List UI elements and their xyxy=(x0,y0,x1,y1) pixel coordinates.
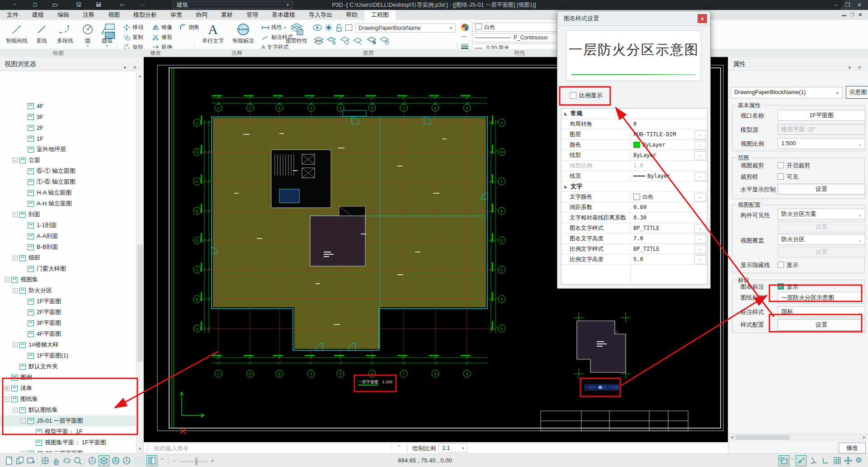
tool-smart-dimension[interactable]: 智能标注 xyxy=(229,23,258,45)
pan-icon[interactable] xyxy=(52,456,61,465)
tree-item[interactable]: 1F平面图(1) xyxy=(0,350,137,361)
grid-row[interactable]: 图名文字高度7.0⌄ xyxy=(561,234,707,244)
view-override-dropdown[interactable]: 防火分区⌄ xyxy=(778,234,865,245)
zoom-out-icon[interactable]: − xyxy=(173,457,176,464)
tree-item[interactable]: B-B剖面 xyxy=(0,242,137,253)
tree-item[interactable]: 视图集平面： 1F平面图 xyxy=(0,437,137,448)
grid-row[interactable]: 图层PUB-TITLE-DIM⌄ xyxy=(561,129,707,140)
tree-item[interactable]: 3F平面图 xyxy=(0,318,137,329)
grid-row[interactable]: 图名文字样式BP_TITLE⌄ xyxy=(561,223,707,234)
menu-item-文件[interactable]: 文件 xyxy=(0,10,25,20)
layer-thaw-icon[interactable] xyxy=(380,36,390,45)
doc-close-button[interactable]: ✖ xyxy=(856,10,864,20)
chevron-down-icon[interactable]: ⌄ xyxy=(694,172,706,181)
tool-layer-properties[interactable]: 图层特性 xyxy=(283,23,310,45)
canvas-toggle-icon[interactable] xyxy=(147,456,156,465)
selection-options-icon[interactable]: ⌃ xyxy=(790,457,794,462)
tree-item[interactable]: −JS-02 二层平面图 xyxy=(0,448,137,453)
chevron-down-icon[interactable]: ⌄ xyxy=(694,234,706,243)
selection-grip[interactable] xyxy=(599,386,602,389)
tree-item[interactable]: 图例 xyxy=(0,372,137,383)
dialog-title-bar[interactable]: 图名样式设置 xyxy=(557,11,710,26)
chevron-down-icon[interactable]: ⌄ xyxy=(694,245,706,254)
annotation-style-dropdown[interactable]: 国标⌄ xyxy=(778,306,865,317)
tree-item[interactable]: A-H 轴立面图 xyxy=(0,198,137,209)
grid-section-常规[interactable]: 常规 xyxy=(561,109,707,119)
tree-item[interactable]: 默认文件夹 xyxy=(0,361,137,372)
grid-row[interactable]: 线型ByLayer⌄ xyxy=(561,150,707,161)
tool-trim[interactable]: 修剪 xyxy=(152,33,172,41)
grid-display-icon[interactable] xyxy=(833,456,842,465)
collapse-icon[interactable]: − xyxy=(5,277,9,282)
tree-item[interactable]: −JS-01 一层平面图 xyxy=(0,415,137,426)
tool-circle[interactable]: 圆▾ xyxy=(79,23,97,48)
zoom-slider[interactable] xyxy=(180,461,207,462)
tree-item[interactable]: 2F xyxy=(0,122,137,133)
scale-display-checkbox[interactable] xyxy=(570,92,576,99)
menu-item-审查[interactable]: 审查 xyxy=(164,10,189,20)
polar-tracking-icon[interactable] xyxy=(797,456,806,465)
tree-item[interactable]: −默认图纸集 xyxy=(0,405,137,415)
tree-item[interactable]: −视图集 xyxy=(0,274,137,285)
close-button[interactable]: ✕ xyxy=(854,0,865,10)
zoom-extents-icon[interactable] xyxy=(41,456,50,465)
scroll-up-icon[interactable]: ▲ xyxy=(137,72,144,80)
tool-move[interactable]: 移动 xyxy=(123,24,143,31)
tree-item[interactable]: 1-1剖面 xyxy=(0,220,137,231)
gear-icon[interactable]: ⚙ xyxy=(855,456,862,464)
grid-row[interactable]: 颜色ByLayer⌄ xyxy=(561,140,707,150)
tree-item[interactable]: 3F xyxy=(0,111,137,122)
tree-item[interactable]: +清单 xyxy=(0,383,137,394)
scroll-right-icon[interactable]: ► xyxy=(861,434,868,441)
linetype-combo[interactable]: P_Continuous xyxy=(472,33,568,42)
collapse-icon[interactable]: − xyxy=(13,212,18,217)
tree-item[interactable]: ⑥-① 轴立面图 xyxy=(0,166,137,176)
menu-item-模型分析[interactable]: 模型分析 xyxy=(127,10,164,20)
menu-item-基本建模[interactable]: 基本建模 xyxy=(265,10,302,20)
collapse-icon[interactable]: − xyxy=(13,343,18,348)
chevron-down-icon[interactable]: ⌄ xyxy=(694,255,706,264)
command-input[interactable]: 在此输入命令 xyxy=(154,444,189,453)
realistic-view-icon[interactable] xyxy=(133,456,142,465)
tool-linear-dim[interactable]: 线性▾ xyxy=(261,24,286,31)
chevron-down-icon[interactable]: ⌄ xyxy=(694,193,706,202)
grid-row-value[interactable]: 0.30 xyxy=(630,213,707,223)
grid-row[interactable]: 线宽Bylayer⌄ xyxy=(561,171,707,181)
draw-scale-dropdown[interactable]: 1:1 ▼ xyxy=(439,443,467,453)
name-annotation-checkbox[interactable]: ✓ xyxy=(778,283,784,290)
collapse-icon[interactable]: − xyxy=(13,158,18,163)
minimize-button[interactable]: – xyxy=(830,0,842,10)
expand-icon[interactable]: + xyxy=(5,386,9,391)
clip-checkbox[interactable] xyxy=(778,162,784,168)
menu-item-帮助[interactable]: 帮助 xyxy=(339,10,364,20)
tree-item[interactable]: 1F平面图 xyxy=(0,296,137,307)
menu-item-编辑[interactable]: 编辑 xyxy=(51,10,76,20)
viewport-name-input[interactable]: 1F平面图 xyxy=(778,110,865,121)
object-selector-dropdown[interactable]: DrawingPaperBlockName(1) ▼ xyxy=(731,87,843,98)
view-scale-dropdown[interactable]: 1:500⌄ xyxy=(778,138,865,149)
tool-chamfer[interactable]: 倒角 xyxy=(179,24,199,31)
menu-item-建模[interactable]: 建模 xyxy=(25,10,51,20)
tree-item[interactable]: 4F xyxy=(0,100,137,111)
layer-dropdown[interactable]: DrawingPaperBlockName▼ xyxy=(355,24,456,33)
tree-item[interactable]: 2F平面图 xyxy=(0,307,137,318)
panel-menu-icon[interactable]: ▾ xyxy=(848,61,851,74)
doc-minimize-button[interactable]: ▬ xyxy=(840,10,848,20)
layer-unlock-icon[interactable] xyxy=(335,24,343,32)
grid-section-文字[interactable]: 文字 xyxy=(561,181,707,192)
tool-smart-line[interactable]: 智能画线 xyxy=(3,23,31,45)
layer-off-icon[interactable] xyxy=(340,36,350,45)
collapse-icon[interactable]: ⌃ xyxy=(397,444,401,450)
component-visibility-dropdown[interactable]: 防火分区方案⌄ xyxy=(778,209,865,219)
collapse-icon[interactable]: − xyxy=(5,397,9,402)
layer-on-icon[interactable] xyxy=(313,24,322,31)
new-view-icon[interactable] xyxy=(5,456,14,465)
scrollbar-thumb[interactable] xyxy=(736,435,790,440)
main-view-label[interactable]: 一层平面图 1:100 xyxy=(358,379,392,385)
hidden-line-checkbox[interactable] xyxy=(778,262,784,268)
grid-row[interactable]: 比例文字高度5.0⌄ xyxy=(561,254,707,265)
grid-row-value[interactable]: 0 xyxy=(630,119,707,129)
grid-row[interactable]: 文字相对基线距离系数0.30 xyxy=(561,213,707,223)
scroll-left-icon[interactable]: ◄ xyxy=(728,434,736,441)
grid-row[interactable]: 间距系数0.60 xyxy=(561,202,707,213)
